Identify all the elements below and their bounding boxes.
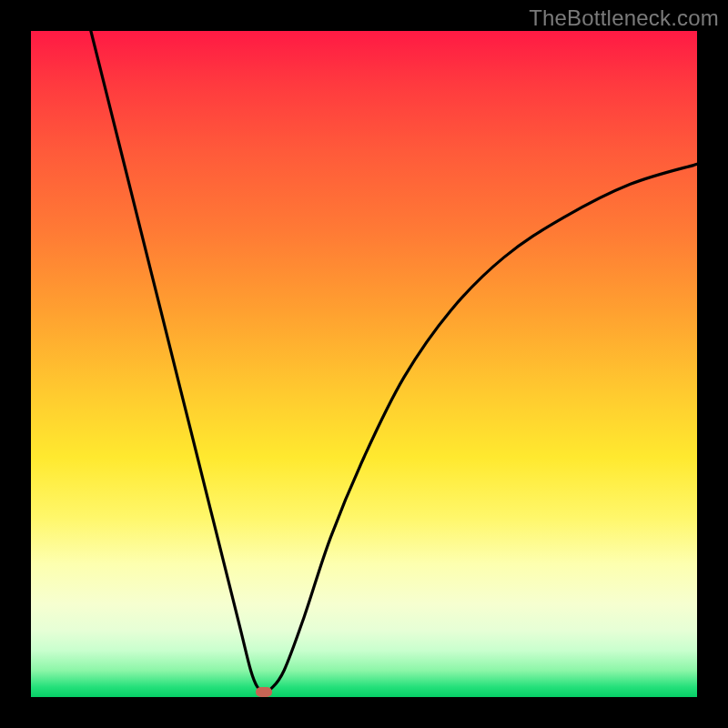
curve-path (91, 31, 697, 692)
chart-frame: TheBottleneck.com (0, 0, 728, 728)
min-marker (256, 687, 272, 697)
curve-svg (31, 31, 697, 697)
watermark-text: TheBottleneck.com (529, 5, 719, 31)
plot-area (31, 31, 697, 697)
